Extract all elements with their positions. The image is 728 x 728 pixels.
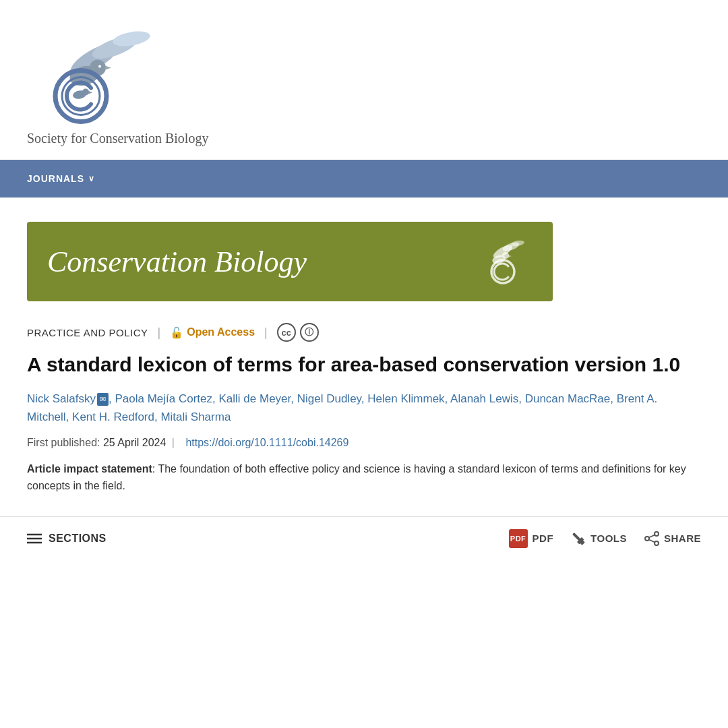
- journal-banner-wrap: Conservation Biology: [0, 198, 728, 315]
- org-name-label: Society for Conservation Biology: [27, 131, 208, 146]
- svg-line-28: [648, 535, 655, 537]
- by-icon: ⓘ: [300, 323, 319, 342]
- svg-point-6: [98, 65, 101, 68]
- svg-marker-5: [105, 66, 111, 70]
- journal-banner: Conservation Biology: [27, 222, 553, 301]
- toolbar-right: PDF PDF TOOLS SHARE: [509, 529, 701, 548]
- pipe-divider-2: |: [264, 326, 268, 340]
- svg-line-29: [648, 539, 655, 542]
- svg-marker-17: [508, 255, 512, 257]
- first-published-label: First published:: [27, 437, 100, 448]
- svg-point-25: [655, 532, 659, 536]
- article-type-label: PRACTICE AND POLICY: [27, 327, 148, 338]
- header: Society for Conservation Biology: [0, 0, 728, 160]
- email-icon: ✉: [97, 393, 109, 406]
- article-type-row: PRACTICE AND POLICY | 🔓 Open Access | cc…: [27, 323, 701, 342]
- first-published-date: 25 April 2024: [103, 437, 166, 448]
- bottom-toolbar: SECTIONS PDF PDF TOOLS SHARE: [0, 516, 728, 560]
- published-row: First published: 25 April 2024 | https:/…: [27, 437, 701, 449]
- journals-nav-item[interactable]: JOURNALS ∨: [27, 173, 95, 184]
- chevron-down-icon: ∨: [88, 174, 95, 183]
- journals-label: JOURNALS: [27, 173, 84, 184]
- pdf-label: PDF: [533, 533, 554, 544]
- pdf-button[interactable]: PDF PDF: [509, 529, 554, 548]
- tools-icon: [568, 528, 589, 549]
- navbar: JOURNALS ∨: [0, 160, 728, 198]
- pdf-icon: PDF: [509, 529, 528, 548]
- share-label: SHARE: [664, 533, 701, 544]
- journal-title: Conservation Biology: [47, 245, 307, 279]
- svg-point-27: [655, 541, 659, 545]
- cc-icons: cc ⓘ: [277, 323, 319, 342]
- doi-link[interactable]: https://doi.org/10.1111/cobi.14269: [185, 437, 348, 448]
- article-title: A standard lexicon of terms for area-bas…: [27, 351, 701, 377]
- open-access-badge: 🔓 Open Access: [170, 326, 255, 339]
- logo-container: Society for Conservation Biology: [27, 20, 701, 146]
- share-icon: [644, 531, 659, 546]
- tools-label: TOOLS: [590, 533, 627, 544]
- sections-icon: [27, 533, 42, 545]
- sections-button[interactable]: SECTIONS: [27, 533, 107, 545]
- journal-banner-logo: [479, 238, 533, 285]
- share-button[interactable]: SHARE: [644, 531, 701, 546]
- impact-statement: Article impact statement: The foundation…: [27, 461, 701, 495]
- lock-icon: 🔓: [170, 326, 183, 339]
- svg-point-26: [645, 537, 649, 541]
- scb-logo: [27, 20, 175, 128]
- cc-icon: cc: [277, 323, 296, 342]
- impact-label: Article impact statement: [27, 463, 152, 475]
- svg-point-16: [502, 252, 509, 259]
- svg-marker-11: [88, 91, 92, 94]
- svg-point-10: [82, 89, 89, 96]
- authors: Nick Salafsky✉, Paola Mejía Cortez, Kall…: [27, 390, 701, 426]
- sections-label: SECTIONS: [49, 533, 107, 545]
- pipe-sep: |: [172, 437, 175, 448]
- pipe-divider-1: |: [158, 326, 161, 340]
- article-meta: PRACTICE AND POLICY | 🔓 Open Access | cc…: [0, 315, 728, 495]
- tools-button[interactable]: TOOLS: [571, 531, 627, 546]
- open-access-label: Open Access: [187, 326, 255, 338]
